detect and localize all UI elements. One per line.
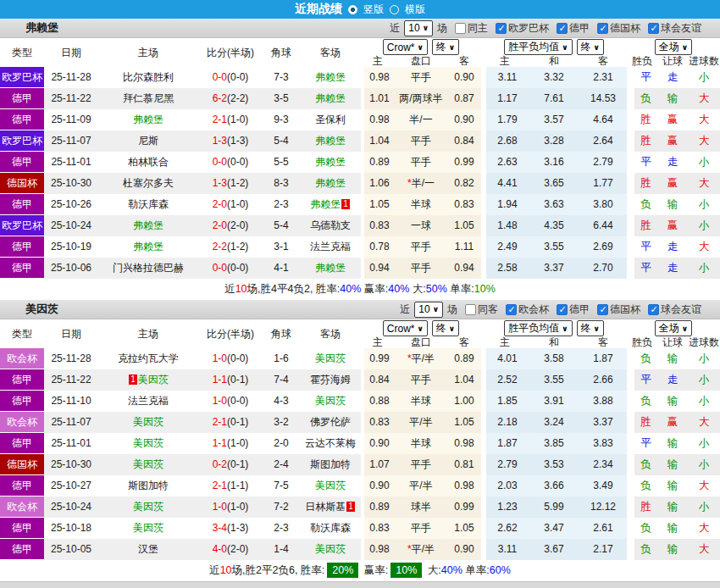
half-score: (0-1) (227, 374, 248, 386)
mean-home-cell: 4.41 (481, 173, 529, 194)
odds-away-cell: 1.04 (447, 369, 481, 391)
score-cell: 1-1(1-0) (198, 433, 263, 454)
result-goals-cell: 大 (688, 412, 720, 433)
mean-draw-cell: 3.47 (529, 518, 579, 539)
layout-radio-vertical[interactable] (348, 5, 357, 14)
odds-source-select[interactable]: Crow* ∨ (383, 320, 428, 336)
handicap-cell: *平/半 (395, 539, 447, 560)
competition-filter[interactable]: 球会友谊 (648, 302, 701, 317)
mean-stage-select[interactable]: 终 ∨ (577, 320, 604, 336)
scope-select[interactable]: 全场 ∨ (655, 320, 692, 336)
competition-filter[interactable]: 德国杯 (597, 21, 640, 36)
result-wdl-cell: 负 (627, 539, 657, 560)
chevron-down-icon: ∨ (449, 325, 455, 333)
scope-select[interactable]: 全场 ∨ (655, 39, 692, 55)
layout-radio-vertical-label[interactable]: 竖版 (363, 3, 384, 17)
col-header-corner: 角球 (263, 327, 300, 341)
team-sections: 弗赖堡 近 10 ∨ 场 同主 欧罗巴杯德甲德国杯球会友谊 类型 日期 主场 比… (0, 19, 720, 581)
away-team-name: 弗赖堡 (315, 92, 346, 104)
home-team-name: 汉堡 (138, 543, 158, 555)
col-header-type: 类型 (0, 327, 44, 341)
mean-draw-cell: 3.55 (529, 369, 579, 391)
full-score: 1-1 (213, 374, 227, 386)
mean-selector-group: 胜平负均值 ∨ 终 ∨ (481, 320, 627, 336)
date-cell: 25-11-01 (44, 152, 98, 173)
score-cell: 1-0(1-0) (198, 496, 263, 518)
filter-bar: 近 10 ∨ 场 同主 欧罗巴杯德甲德国杯球会友谊 (390, 20, 701, 36)
mean-away-cell: 2.66 (579, 369, 627, 391)
match-row: 德国杯25-10-30美因茨0-2(0-1)2-4斯图加特1.07平手0.812… (0, 454, 720, 475)
home-team-cell: 美因茨 (98, 496, 198, 518)
result-wdl-cell: 胜 (627, 412, 657, 433)
layout-radio-horizontal-label[interactable]: 横版 (405, 3, 425, 17)
away-team-name: 佛罗伦萨 (310, 416, 351, 428)
recent-label: 近 (400, 302, 410, 317)
match-row: 德甲25-10-26勒沃库森2-0(1-0)2-3弗赖堡11.05半球0.831… (0, 194, 720, 215)
games-count-select[interactable]: 10 ∨ (414, 302, 443, 318)
mean-stage-select[interactable]: 终 ∨ (577, 39, 604, 55)
chevron-down-icon: ∨ (418, 325, 424, 333)
handicap-cell: 半/一 (395, 109, 447, 130)
competition-type-cell: 欧会杯 (0, 412, 44, 433)
result-goals-cell: 小 (688, 258, 720, 279)
odds-away-cell: 0.87 (447, 88, 481, 109)
corner-cell: 2-0 (263, 433, 300, 454)
handicap-cell: 平/半 (395, 412, 447, 433)
home-team-name: 杜塞尔多夫 (123, 177, 174, 189)
odds-source-select[interactable]: Crow* ∨ (383, 39, 428, 55)
result-handicap-cell: 输 (657, 194, 688, 215)
date-cell: 25-10-06 (44, 258, 98, 279)
home-team-cell: 门兴格拉德巴赫 (98, 258, 198, 279)
competition-filter[interactable]: 欧会杯 (506, 302, 549, 317)
mean-source-select[interactable]: 胜平负均值 ∨ (504, 320, 572, 336)
result-goals-cell: 大 (688, 173, 720, 194)
mean-draw-cell: 3.37 (529, 258, 579, 279)
mean-away-cell: 12.12 (579, 496, 627, 518)
odds-home-cell: 1.06 (361, 173, 395, 194)
mean-draw-cell: 7.61 (529, 88, 579, 109)
competition-filter[interactable]: 德甲 (557, 302, 590, 317)
match-row: 德甲25-10-18美因茨3-4(1-3)2-3勒沃库森0.83平手1.052.… (0, 518, 720, 539)
result-wdl-cell: 胜 (627, 496, 657, 518)
half-score: (1-3) (227, 135, 248, 147)
mean-source-select[interactable]: 胜平负均值 ∨ (504, 39, 572, 55)
mean-away-cell: 2.69 (579, 236, 627, 258)
full-score: 0-0 (213, 71, 227, 83)
half-score: (2-2) (227, 92, 248, 104)
competition-filter[interactable]: 德甲 (557, 21, 590, 36)
top-title-bar: 近期战绩 竖版 横版 (0, 0, 720, 19)
match-row: 欧罗巴杯25-10-24弗赖堡2-0(2-0)5-4乌德勒支0.83一球1.05… (0, 215, 720, 236)
result-goals-cell: 小 (688, 348, 720, 369)
competition-filter[interactable]: 欧罗巴杯 (496, 21, 549, 36)
handicap-cell: 平手 (395, 236, 447, 258)
odds-stage-select[interactable]: 终 ∨ (432, 320, 459, 336)
mean-home-cell: 2.58 (481, 258, 529, 279)
layout-radio-horizontal[interactable] (390, 5, 399, 14)
red-card-badge: 1 (341, 199, 350, 209)
away-team-cell: 云达不莱梅 (300, 433, 361, 454)
handicap-cell: 半球 (395, 433, 447, 454)
games-count-select[interactable]: 10 ∨ (404, 20, 433, 36)
home-team-name: 尼斯 (138, 135, 158, 147)
score-cell: 2-1(0-1) (198, 412, 263, 433)
same-venue-filter[interactable]: 同主 (455, 21, 488, 36)
col-header-home: 主场 (98, 46, 198, 60)
away-team-cell: 佛罗伦萨 (300, 412, 361, 433)
competition-filter[interactable]: 球会友谊 (648, 21, 701, 36)
away-team-cell: 美因茨 (300, 391, 361, 412)
odds-stage-select[interactable]: 终 ∨ (432, 39, 459, 55)
team-name: 弗赖堡 (25, 20, 58, 36)
competition-label: 球会友谊 (661, 302, 701, 317)
handicap-cell: 平手 (395, 130, 447, 152)
half-score: (0-0) (227, 262, 248, 274)
corner-cell: 2-4 (263, 454, 300, 475)
away-team-name: 弗赖堡 (315, 71, 346, 83)
same-venue-filter[interactable]: 同客 (465, 302, 498, 317)
result-goals-cell: 小 (688, 152, 720, 173)
odds-away-cell: 0.84 (447, 130, 481, 152)
result-wdl-cell: 胜 (627, 130, 657, 152)
odds-home-cell: 0.88 (361, 391, 395, 412)
corner-cell: 7-3 (263, 67, 300, 88)
mean-home-cell: 1.85 (481, 391, 529, 412)
competition-filter[interactable]: 德国杯 (597, 302, 640, 317)
